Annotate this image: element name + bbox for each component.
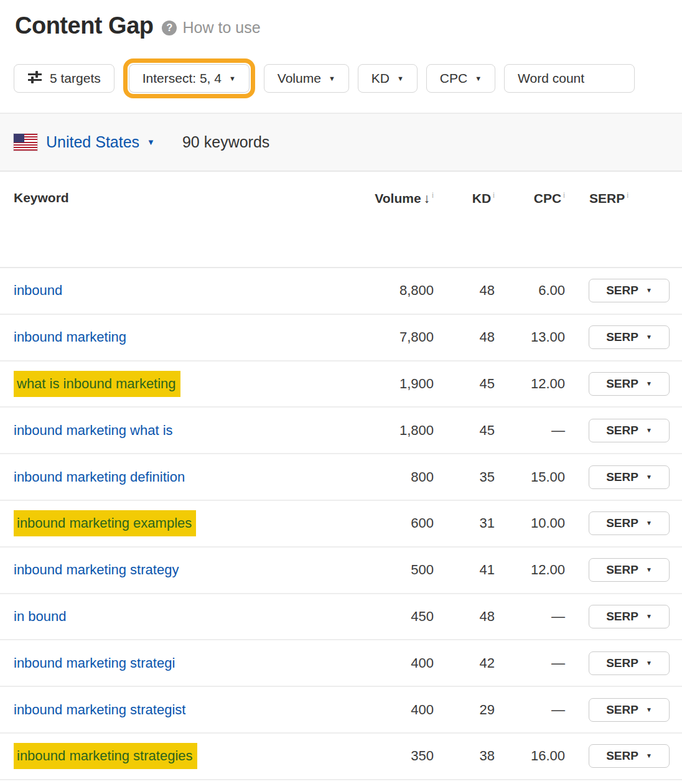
table-row: inbound marketing strategies 350 38 16.0…	[0, 734, 682, 780]
column-header-serp[interactable]: SERPi	[565, 190, 682, 206]
chevron-down-icon: ▼	[646, 520, 652, 526]
serp-dropdown-button[interactable]: SERP ▼	[589, 372, 670, 396]
serp-dropdown-button[interactable]: SERP ▼	[589, 744, 670, 768]
keyword-cell: inbound marketing	[0, 329, 334, 345]
chevron-down-icon: ▼	[646, 567, 652, 573]
keyword-cell: inbound	[0, 282, 334, 299]
volume-value: 800	[334, 469, 434, 485]
chevron-down-icon: ▼	[329, 75, 335, 82]
keyword-link[interactable]: in bound	[14, 609, 66, 624]
keyword-link[interactable]: inbound marketing definition	[14, 469, 185, 485]
kd-value: 48	[434, 282, 495, 299]
column-header-volume[interactable]: Volume↓i	[334, 190, 434, 206]
serp-dropdown-button[interactable]: SERP ▼	[589, 511, 670, 535]
volume-value: 1,800	[334, 422, 434, 439]
kd-value: 38	[434, 748, 495, 764]
table-row: inbound marketing strategi 400 42 — SERP…	[0, 640, 682, 687]
question-mark-icon: ?	[162, 21, 177, 35]
chevron-down-icon: ▼	[646, 427, 652, 434]
volume-value: 500	[334, 562, 434, 578]
cpc-value: 12.00	[495, 376, 565, 392]
chevron-down-icon: ▼	[646, 287, 652, 294]
filters-toolbar: 5 targets Intersect: 5, 4 ▼ Volume ▼ KD …	[0, 59, 682, 98]
keyword-link[interactable]: inbound marketing examples	[14, 510, 196, 536]
keyword-cell: inbound marketing what is	[0, 422, 334, 439]
intersect-annotation-highlight: Intersect: 5, 4 ▼	[123, 58, 255, 98]
keyword-cell: inbound marketing examples	[0, 515, 334, 531]
targets-button[interactable]: 5 targets	[14, 64, 114, 93]
keyword-cell: inbound marketing strategist	[0, 702, 334, 718]
how-to-use-label: How to use	[182, 19, 260, 37]
serp-dropdown-button[interactable]: SERP ▼	[589, 465, 670, 489]
serp-cell: SERP ▼	[565, 744, 682, 768]
chevron-down-icon: ▼	[646, 614, 652, 620]
chevron-down-icon: ▼	[646, 474, 652, 480]
kd-filter-label: KD	[371, 71, 390, 86]
keyword-count: 90 keywords	[182, 133, 269, 151]
results-subheader: United States ▼ 90 keywords	[0, 113, 682, 172]
chevron-down-icon: ▼	[646, 660, 652, 666]
keyword-link[interactable]: inbound marketing	[14, 329, 126, 345]
cpc-value: 13.00	[495, 329, 565, 345]
kd-value: 48	[434, 329, 495, 345]
column-header-keyword[interactable]: Keyword	[0, 190, 334, 205]
serp-dropdown-button[interactable]: SERP ▼	[589, 325, 670, 349]
volume-value: 8,800	[334, 282, 434, 299]
column-header-cpc[interactable]: CPCi	[495, 190, 565, 206]
keyword-link[interactable]: inbound marketing what is	[14, 422, 173, 438]
cpc-filter-dropdown[interactable]: CPC ▼	[426, 64, 495, 93]
serp-dropdown-button[interactable]: SERP ▼	[589, 279, 670, 302]
intersect-label: Intersect: 5, 4	[142, 71, 222, 86]
cpc-value: 6.00	[495, 282, 565, 299]
intersect-dropdown[interactable]: Intersect: 5, 4 ▼	[129, 64, 250, 93]
table-row: what is inbound marketing 1,900 45 12.00…	[0, 362, 682, 408]
table-row: in bound 450 48 — SERP ▼	[0, 594, 682, 641]
keyword-cell: in bound	[0, 609, 334, 625]
word-count-filter-button[interactable]: Word count	[504, 64, 635, 93]
info-icon[interactable]: i	[627, 190, 628, 200]
keyword-link[interactable]: inbound marketing strategy	[14, 562, 179, 577]
cpc-value: 12.00	[495, 562, 565, 578]
serp-dropdown-button[interactable]: SERP ▼	[589, 698, 670, 722]
kd-value: 45	[434, 422, 495, 439]
cpc-value: 15.00	[495, 469, 565, 485]
how-to-use[interactable]: ? How to use	[162, 19, 260, 37]
chevron-down-icon: ▼	[147, 138, 155, 146]
serp-dropdown-button[interactable]: SERP ▼	[589, 419, 670, 442]
kd-filter-dropdown[interactable]: KD ▼	[358, 64, 418, 93]
keyword-link[interactable]: inbound	[14, 282, 62, 298]
table-body: inbound 8,800 48 6.00 SERP ▼ inbound mar…	[0, 268, 682, 780]
serp-dropdown-button[interactable]: SERP ▼	[589, 605, 670, 628]
serp-dropdown-button[interactable]: SERP ▼	[589, 651, 670, 675]
chevron-down-icon: ▼	[646, 381, 652, 387]
volume-value: 400	[334, 702, 434, 718]
volume-filter-dropdown[interactable]: Volume ▼	[264, 64, 349, 93]
sliders-icon	[27, 70, 42, 87]
keyword-cell: inbound marketing definition	[0, 469, 334, 485]
serp-dropdown-button[interactable]: SERP ▼	[589, 558, 670, 582]
table-row: inbound marketing strategy 500 41 12.00 …	[0, 548, 682, 594]
keyword-link[interactable]: inbound marketing strategies	[14, 743, 197, 769]
cpc-value: —	[495, 702, 565, 718]
serp-cell: SERP ▼	[565, 605, 682, 628]
country-label: United States	[46, 133, 139, 151]
volume-value: 350	[334, 748, 434, 764]
keyword-link[interactable]: what is inbound marketing	[14, 371, 180, 397]
keyword-cell: inbound marketing strategies	[0, 748, 334, 764]
targets-label: 5 targets	[50, 71, 101, 86]
kd-value: 45	[434, 376, 495, 392]
column-header-kd[interactable]: KDi	[434, 190, 495, 206]
sort-desc-arrow-icon: ↓	[424, 191, 431, 205]
cpc-value: 10.00	[495, 515, 565, 531]
serp-cell: SERP ▼	[565, 465, 682, 489]
table-row: inbound marketing definition 800 35 15.0…	[0, 454, 682, 501]
table-row: inbound marketing 7,800 48 13.00 SERP ▼	[0, 315, 682, 362]
keyword-link[interactable]: inbound marketing strategi	[14, 655, 175, 671]
serp-cell: SERP ▼	[565, 279, 682, 302]
country-selector[interactable]: United States ▼	[46, 133, 155, 151]
table-row: inbound marketing strategist 400 29 — SE…	[0, 687, 682, 734]
volume-value: 400	[334, 655, 434, 671]
volume-value: 1,900	[334, 376, 434, 392]
keyword-link[interactable]: inbound marketing strategist	[14, 702, 185, 717]
kd-value: 31	[434, 515, 495, 531]
